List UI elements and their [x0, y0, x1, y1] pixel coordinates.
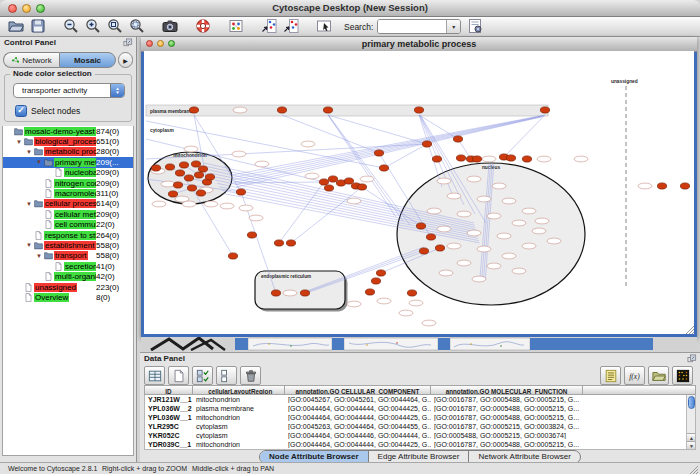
network-node[interactable]	[300, 290, 309, 296]
scroll-up-arrow[interactable]: ▲	[687, 433, 696, 441]
annotate-b-button[interactable]	[283, 18, 300, 35]
network-node[interactable]	[414, 107, 423, 113]
tree-row[interactable]: ▼primary metabo209(...	[3, 157, 133, 167]
network-node[interactable]	[271, 290, 280, 296]
column-header[interactable]: ID	[145, 386, 193, 394]
network-label-node[interactable]	[512, 268, 526, 274]
node-color-dropdown[interactable]: transporter activity ▲▼	[13, 83, 125, 98]
select-attr-button[interactable]	[192, 366, 213, 385]
scroll-down-arrow[interactable]: ▼	[687, 441, 696, 449]
table-row[interactable]: YPL036W__2plasma membrane[GO:0044464, GO…	[145, 404, 695, 413]
network-node[interactable]	[426, 234, 435, 240]
network-node[interactable]	[187, 185, 196, 191]
function-button[interactable]: f(x)	[624, 366, 645, 385]
network-node[interactable]	[168, 191, 177, 197]
network-node[interactable]	[236, 189, 245, 195]
network-label-node[interactable]	[184, 146, 198, 152]
tree-row[interactable]: unassigned223(0)	[3, 282, 133, 292]
snapshot-button[interactable]	[162, 18, 179, 35]
table-row[interactable]: YKR052Ccytoplasm[GO:0044464, GO:0044446,…	[145, 431, 695, 440]
help-button[interactable]	[195, 18, 212, 35]
table-cell[interactable]: [GO:0044464, GO:0044444, GO:0044425, G..…	[285, 414, 431, 421]
table-cell[interactable]: [GO:0016787, GO:0005488, GO:0005215, G..…	[431, 414, 583, 421]
table-cell[interactable]: [GO:0016787, GO:0005215, GO:0003824, G..…	[431, 423, 583, 430]
network-label-node[interactable]	[439, 270, 453, 276]
network-node[interactable]	[432, 156, 441, 162]
network-node[interactable]	[277, 107, 286, 113]
network-node[interactable]	[151, 165, 160, 171]
annotate-a-button[interactable]	[261, 18, 278, 35]
expand-triangle-icon[interactable]: ▼	[35, 252, 43, 260]
network-node[interactable]	[419, 248, 428, 254]
graphics-details-button[interactable]	[228, 18, 245, 35]
tree-row[interactable]: macromolecule311(0)	[3, 188, 133, 198]
network-node[interactable]	[376, 270, 385, 276]
network-window-titlebar[interactable]: primary metabolic process	[141, 37, 697, 52]
network-label-node[interactable]	[220, 203, 234, 209]
network-label-node[interactable]	[360, 176, 374, 182]
network-node[interactable]	[323, 107, 332, 113]
table-cell[interactable]: mitochondrion	[193, 441, 285, 448]
network-node[interactable]	[205, 174, 214, 180]
table-cell[interactable]: cytoplasm	[193, 432, 285, 439]
network-label-node[interactable]	[249, 215, 263, 221]
table-cell[interactable]: cytoplasm	[193, 423, 285, 430]
network-node[interactable]	[416, 223, 425, 229]
table-cell[interactable]: YPL036W__1	[145, 414, 193, 421]
zoom-out-button[interactable]	[63, 18, 80, 35]
table-cell[interactable]: YPL036W__2	[145, 405, 193, 412]
network-node[interactable]	[189, 107, 198, 113]
unselect-attr-button[interactable]	[216, 366, 237, 385]
network-node[interactable]	[357, 184, 366, 190]
network-label-node[interactable]	[502, 198, 516, 204]
network-node[interactable]	[194, 172, 203, 178]
table-cell[interactable]: [GO:0044464, GO:0044446, GO:0044444, G..…	[285, 432, 431, 439]
column-header[interactable]: _cellularLayoutRegion	[193, 386, 285, 394]
table-row[interactable]: YLR295Ccytoplasm[GO:0045263, GO:0044464,…	[145, 422, 695, 431]
network-label-node[interactable]	[472, 276, 486, 282]
float-panel-icon[interactable]	[687, 354, 697, 364]
network-node[interactable]	[165, 164, 174, 170]
network-label-node[interactable]	[233, 107, 247, 113]
network-node[interactable]	[175, 170, 184, 176]
attr-list-button[interactable]	[600, 366, 621, 385]
tree-row[interactable]: ▼transport558(0)	[3, 251, 133, 261]
table-cell[interactable]: [GO:0044464, GO:0044444, GO:0044425, G..…	[285, 405, 431, 412]
network-label-node[interactable]	[399, 310, 413, 316]
table-button[interactable]	[144, 366, 165, 385]
open-folder-button[interactable]	[8, 18, 25, 35]
network-label-node[interactable]	[232, 151, 246, 157]
table-cell[interactable]: YDR039C__1	[145, 441, 193, 448]
network-label-node[interactable]	[347, 198, 361, 204]
network-label-node[interactable]	[152, 201, 166, 207]
tree-row[interactable]: secretion41(0)	[3, 261, 133, 271]
network-node[interactable]	[371, 278, 380, 284]
scrollbar-thumb[interactable]	[688, 396, 695, 409]
tree-row[interactable]: ▼biological_process651(0)	[3, 136, 133, 146]
network-label-node[interactable]	[497, 233, 511, 239]
network-node[interactable]	[379, 165, 388, 171]
table-cell[interactable]: mitochondrion	[193, 396, 285, 403]
plasma-membrane-region[interactable]	[146, 105, 548, 116]
table-row[interactable]: YJR121W__1mitochondrion[GO:0045267, GO:0…	[145, 395, 695, 404]
table-cell[interactable]: YLR295C	[145, 423, 193, 430]
search-configure-button[interactable]	[467, 18, 484, 35]
tab-network[interactable]: Network	[3, 52, 59, 68]
resize-grip-icon[interactable]	[684, 324, 694, 334]
network-node[interactable]	[374, 150, 383, 156]
network-label-node[interactable]	[502, 253, 516, 259]
network-label-node[interactable]	[522, 243, 536, 249]
expand-triangle-icon[interactable]: ▼	[25, 200, 33, 208]
table-cell[interactable]: [GO:0045263, GO:0044464, GO:0044455, G..…	[285, 423, 431, 430]
tree-row[interactable]: ▼establishment of lo558(0)	[3, 240, 133, 250]
search-dropdown-arrow[interactable]: ▾	[446, 20, 460, 33]
network-node[interactable]	[286, 240, 295, 246]
background-windows-strip[interactable]	[141, 337, 697, 351]
table-cell[interactable]: [GO:0044464, GO:0044444, GO:0044425, G..…	[285, 441, 431, 448]
network-label-node[interactable]	[305, 173, 319, 179]
zoom-selected-button[interactable]	[129, 18, 146, 35]
network-label-node[interactable]	[482, 156, 496, 162]
network-node[interactable]	[184, 175, 193, 181]
tab-mosaic[interactable]: Mosaic	[59, 52, 116, 68]
network-label-node[interactable]	[161, 181, 175, 187]
